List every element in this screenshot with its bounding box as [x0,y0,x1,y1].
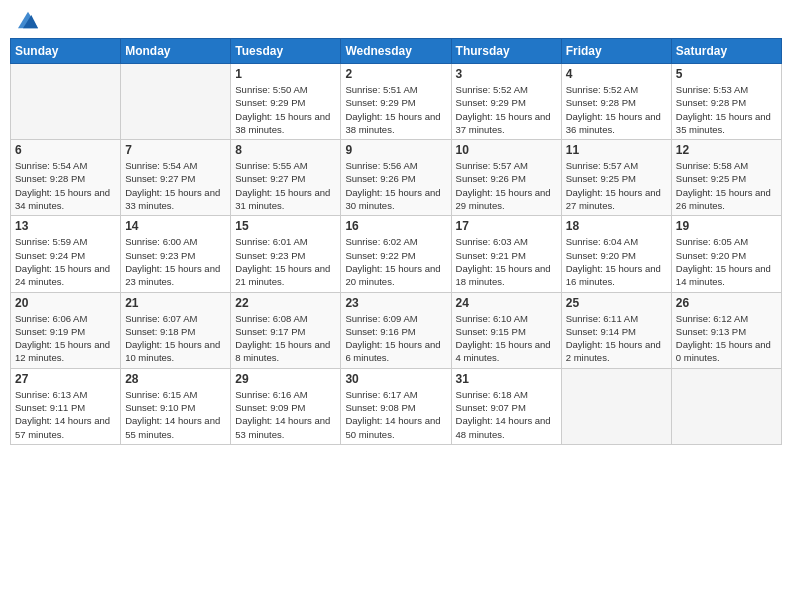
calendar-cell: 28Sunrise: 6:15 AMSunset: 9:10 PMDayligh… [121,368,231,444]
day-number: 4 [566,67,667,81]
calendar-cell: 1Sunrise: 5:50 AMSunset: 9:29 PMDaylight… [231,64,341,140]
calendar-cell: 17Sunrise: 6:03 AMSunset: 9:21 PMDayligh… [451,216,561,292]
calendar-cell: 20Sunrise: 6:06 AMSunset: 9:19 PMDayligh… [11,292,121,368]
day-number: 1 [235,67,336,81]
day-number: 12 [676,143,777,157]
day-info: Sunrise: 5:51 AMSunset: 9:29 PMDaylight:… [345,83,446,136]
day-number: 8 [235,143,336,157]
day-number: 18 [566,219,667,233]
day-number: 7 [125,143,226,157]
day-number: 23 [345,296,446,310]
day-info: Sunrise: 6:01 AMSunset: 9:23 PMDaylight:… [235,235,336,288]
day-number: 25 [566,296,667,310]
calendar-table: SundayMondayTuesdayWednesdayThursdayFrid… [10,38,782,445]
logo [14,10,40,30]
day-number: 24 [456,296,557,310]
day-info: Sunrise: 6:18 AMSunset: 9:07 PMDaylight:… [456,388,557,441]
weekday-header: Wednesday [341,39,451,64]
day-info: Sunrise: 6:08 AMSunset: 9:17 PMDaylight:… [235,312,336,365]
calendar-cell: 9Sunrise: 5:56 AMSunset: 9:26 PMDaylight… [341,140,451,216]
day-info: Sunrise: 6:17 AMSunset: 9:08 PMDaylight:… [345,388,446,441]
calendar-cell [561,368,671,444]
calendar-week-row: 1Sunrise: 5:50 AMSunset: 9:29 PMDaylight… [11,64,782,140]
calendar-cell: 4Sunrise: 5:52 AMSunset: 9:28 PMDaylight… [561,64,671,140]
day-info: Sunrise: 6:07 AMSunset: 9:18 PMDaylight:… [125,312,226,365]
calendar-header-row: SundayMondayTuesdayWednesdayThursdayFrid… [11,39,782,64]
weekday-header: Thursday [451,39,561,64]
calendar-cell: 7Sunrise: 5:54 AMSunset: 9:27 PMDaylight… [121,140,231,216]
calendar-cell [121,64,231,140]
day-info: Sunrise: 5:57 AMSunset: 9:25 PMDaylight:… [566,159,667,212]
day-number: 21 [125,296,226,310]
day-info: Sunrise: 6:02 AMSunset: 9:22 PMDaylight:… [345,235,446,288]
calendar-cell: 25Sunrise: 6:11 AMSunset: 9:14 PMDayligh… [561,292,671,368]
calendar-cell: 23Sunrise: 6:09 AMSunset: 9:16 PMDayligh… [341,292,451,368]
day-info: Sunrise: 5:52 AMSunset: 9:29 PMDaylight:… [456,83,557,136]
calendar-cell: 11Sunrise: 5:57 AMSunset: 9:25 PMDayligh… [561,140,671,216]
day-number: 22 [235,296,336,310]
calendar-week-row: 6Sunrise: 5:54 AMSunset: 9:28 PMDaylight… [11,140,782,216]
day-info: Sunrise: 6:13 AMSunset: 9:11 PMDaylight:… [15,388,116,441]
day-number: 14 [125,219,226,233]
day-info: Sunrise: 6:00 AMSunset: 9:23 PMDaylight:… [125,235,226,288]
logo-icon [18,10,38,30]
day-number: 6 [15,143,116,157]
calendar-cell: 18Sunrise: 6:04 AMSunset: 9:20 PMDayligh… [561,216,671,292]
calendar-cell: 19Sunrise: 6:05 AMSunset: 9:20 PMDayligh… [671,216,781,292]
day-number: 5 [676,67,777,81]
weekday-header: Friday [561,39,671,64]
day-number: 15 [235,219,336,233]
day-info: Sunrise: 5:52 AMSunset: 9:28 PMDaylight:… [566,83,667,136]
calendar-cell: 29Sunrise: 6:16 AMSunset: 9:09 PMDayligh… [231,368,341,444]
day-info: Sunrise: 5:53 AMSunset: 9:28 PMDaylight:… [676,83,777,136]
day-info: Sunrise: 6:09 AMSunset: 9:16 PMDaylight:… [345,312,446,365]
calendar-cell: 16Sunrise: 6:02 AMSunset: 9:22 PMDayligh… [341,216,451,292]
calendar-week-row: 13Sunrise: 5:59 AMSunset: 9:24 PMDayligh… [11,216,782,292]
day-info: Sunrise: 5:56 AMSunset: 9:26 PMDaylight:… [345,159,446,212]
calendar-week-row: 20Sunrise: 6:06 AMSunset: 9:19 PMDayligh… [11,292,782,368]
day-number: 16 [345,219,446,233]
day-info: Sunrise: 5:54 AMSunset: 9:27 PMDaylight:… [125,159,226,212]
day-info: Sunrise: 5:58 AMSunset: 9:25 PMDaylight:… [676,159,777,212]
calendar-cell: 15Sunrise: 6:01 AMSunset: 9:23 PMDayligh… [231,216,341,292]
day-number: 3 [456,67,557,81]
day-number: 29 [235,372,336,386]
calendar-cell: 5Sunrise: 5:53 AMSunset: 9:28 PMDaylight… [671,64,781,140]
day-info: Sunrise: 5:59 AMSunset: 9:24 PMDaylight:… [15,235,116,288]
day-number: 31 [456,372,557,386]
page-header [10,10,782,30]
weekday-header: Saturday [671,39,781,64]
day-number: 11 [566,143,667,157]
day-info: Sunrise: 6:03 AMSunset: 9:21 PMDaylight:… [456,235,557,288]
day-info: Sunrise: 5:57 AMSunset: 9:26 PMDaylight:… [456,159,557,212]
day-number: 27 [15,372,116,386]
calendar-cell: 3Sunrise: 5:52 AMSunset: 9:29 PMDaylight… [451,64,561,140]
calendar-cell [671,368,781,444]
calendar-cell: 12Sunrise: 5:58 AMSunset: 9:25 PMDayligh… [671,140,781,216]
day-number: 20 [15,296,116,310]
day-number: 9 [345,143,446,157]
day-info: Sunrise: 6:11 AMSunset: 9:14 PMDaylight:… [566,312,667,365]
calendar-cell: 24Sunrise: 6:10 AMSunset: 9:15 PMDayligh… [451,292,561,368]
calendar-cell: 30Sunrise: 6:17 AMSunset: 9:08 PMDayligh… [341,368,451,444]
day-number: 28 [125,372,226,386]
day-number: 13 [15,219,116,233]
day-info: Sunrise: 6:15 AMSunset: 9:10 PMDaylight:… [125,388,226,441]
calendar-cell: 10Sunrise: 5:57 AMSunset: 9:26 PMDayligh… [451,140,561,216]
calendar-cell: 14Sunrise: 6:00 AMSunset: 9:23 PMDayligh… [121,216,231,292]
calendar-cell: 27Sunrise: 6:13 AMSunset: 9:11 PMDayligh… [11,368,121,444]
day-number: 26 [676,296,777,310]
day-info: Sunrise: 6:05 AMSunset: 9:20 PMDaylight:… [676,235,777,288]
calendar-cell: 31Sunrise: 6:18 AMSunset: 9:07 PMDayligh… [451,368,561,444]
calendar-week-row: 27Sunrise: 6:13 AMSunset: 9:11 PMDayligh… [11,368,782,444]
calendar-cell: 2Sunrise: 5:51 AMSunset: 9:29 PMDaylight… [341,64,451,140]
calendar-cell: 21Sunrise: 6:07 AMSunset: 9:18 PMDayligh… [121,292,231,368]
day-info: Sunrise: 5:54 AMSunset: 9:28 PMDaylight:… [15,159,116,212]
calendar-cell: 6Sunrise: 5:54 AMSunset: 9:28 PMDaylight… [11,140,121,216]
weekday-header: Sunday [11,39,121,64]
calendar-cell: 26Sunrise: 6:12 AMSunset: 9:13 PMDayligh… [671,292,781,368]
calendar-cell: 13Sunrise: 5:59 AMSunset: 9:24 PMDayligh… [11,216,121,292]
day-number: 19 [676,219,777,233]
day-number: 10 [456,143,557,157]
day-info: Sunrise: 6:10 AMSunset: 9:15 PMDaylight:… [456,312,557,365]
